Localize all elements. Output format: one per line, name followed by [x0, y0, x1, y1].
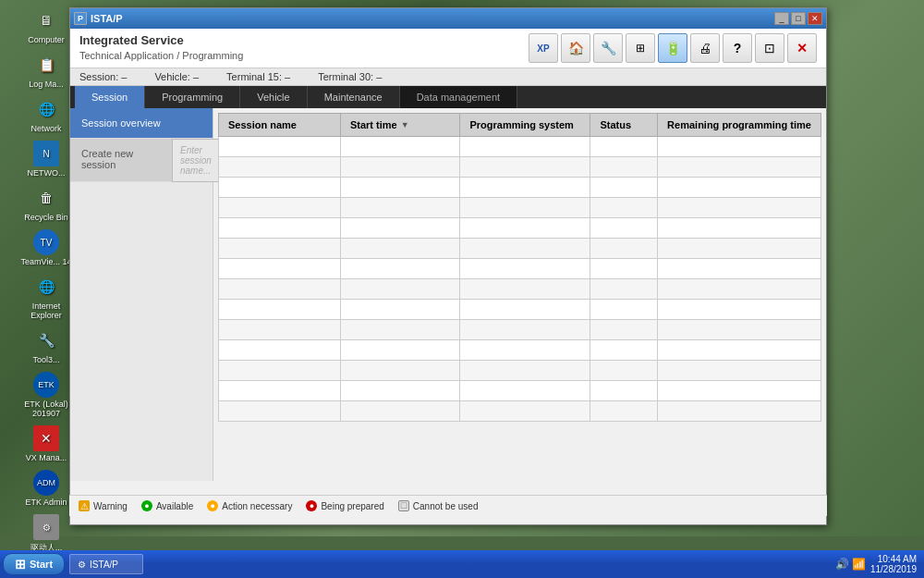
table-cell-8-0 — [219, 300, 341, 320]
nav-tabs: Session Programming Vehicle Maintenance … — [70, 86, 826, 108]
action-necessary-label: Action necessary — [222, 501, 292, 511]
table-cell-3-4 — [658, 198, 821, 218]
toolbar-close-app-button[interactable]: ✕ — [787, 33, 817, 63]
tab-data-management[interactable]: Data management — [400, 86, 518, 108]
title-bar-left: P ISTA/P — [74, 12, 123, 25]
table-row[interactable] — [219, 178, 821, 198]
toolbar-xp-button[interactable]: XP — [529, 33, 558, 63]
table-row[interactable] — [219, 320, 821, 340]
table-row[interactable] — [219, 137, 821, 157]
title-bar-controls: _ □ ✕ — [774, 12, 822, 25]
session-input-placeholder: Enter session name... — [180, 145, 212, 176]
table-row[interactable] — [219, 340, 821, 361]
taskbar-item-label: ISTA/P — [90, 560, 118, 570]
table-cell-3-2 — [460, 198, 590, 218]
table-cell-7-4 — [658, 279, 821, 300]
table-cell-5-2 — [460, 239, 590, 259]
col-remaining-time: Remaining programming time — [658, 114, 821, 137]
system-tray-icons: 🔊 📶 — [835, 558, 866, 571]
tab-programming[interactable]: Programming — [145, 86, 240, 108]
maximize-button[interactable]: □ — [791, 12, 806, 25]
session-label: Session: – — [79, 71, 127, 82]
table-cell-6-1 — [340, 259, 459, 279]
table-cell-6-2 — [460, 259, 590, 279]
table-cell-1-3 — [590, 157, 658, 178]
table-row[interactable] — [219, 157, 821, 178]
table-cell-6-0 — [219, 259, 341, 279]
toolbar-help-button[interactable]: ? — [723, 33, 752, 63]
table-cell-4-4 — [658, 218, 821, 239]
table-row[interactable] — [219, 300, 821, 320]
table-row[interactable] — [219, 218, 821, 239]
table-row[interactable] — [219, 279, 821, 300]
toolbar-settings-button[interactable]: 🔧 — [593, 33, 623, 63]
table-cell-9-0 — [219, 320, 341, 340]
table-cell-13-2 — [460, 401, 590, 422]
table-cell-2-4 — [658, 178, 821, 198]
warning-label: Warning — [93, 501, 128, 511]
legend-cannot-be-used: ☐ Cannot be used — [398, 500, 479, 511]
table-row[interactable] — [219, 198, 821, 218]
table-cell-10-4 — [658, 340, 821, 361]
table-cell-5-4 — [658, 239, 821, 259]
table-cell-9-4 — [658, 320, 821, 340]
table-cell-5-0 — [219, 239, 341, 259]
table-cell-1-0 — [219, 157, 341, 178]
table-row[interactable] — [219, 401, 821, 422]
table-cell-2-2 — [460, 178, 590, 198]
clock-time: 10:44 AM — [870, 554, 917, 564]
col-start-time[interactable]: Start time ▼ — [340, 114, 459, 137]
table-row[interactable] — [219, 259, 821, 279]
available-label: Available — [156, 501, 193, 511]
toolbar-battery-button[interactable]: 🔋 — [658, 33, 687, 63]
table-cell-2-0 — [219, 178, 341, 198]
table-cell-4-3 — [590, 218, 658, 239]
clock-date: 11/28/2019 — [870, 564, 917, 574]
table-cell-10-1 — [340, 340, 459, 361]
table-cell-0-0 — [219, 137, 341, 157]
toolbar-layout-button[interactable]: ⊞ — [626, 33, 655, 63]
desktop: 🖥 Computer 📋 Log Ma... 🌐 Network N NETWO… — [0, 0, 924, 536]
sidebar-session-overview[interactable]: Session overview — [70, 108, 213, 139]
sidebar-create-session[interactable]: Create new session — [70, 139, 172, 182]
taskbar-item-0[interactable]: ⚙ ISTA/P — [69, 554, 143, 574]
toolbar-display-button[interactable]: ⊡ — [755, 33, 784, 63]
table-row[interactable] — [219, 239, 821, 259]
table-cell-12-3 — [590, 381, 658, 401]
table-row[interactable] — [219, 361, 821, 381]
table-cell-7-2 — [460, 279, 590, 300]
toolbar-home-button[interactable]: 🏠 — [561, 33, 590, 63]
action-necessary-icon: ● — [207, 500, 218, 511]
vehicle-label: Vehicle: – — [154, 71, 199, 82]
table-cell-12-2 — [460, 381, 590, 401]
toolbar-print-button[interactable]: 🖨 — [690, 33, 720, 63]
table-cell-6-4 — [658, 259, 821, 279]
sort-arrow-icon: ▼ — [401, 120, 409, 129]
table-cell-12-1 — [340, 381, 459, 401]
table-cell-10-3 — [590, 340, 658, 361]
table-cell-11-2 — [460, 361, 590, 381]
session-table: Session name Start time ▼ Programming — [218, 113, 821, 422]
table-cell-3-1 — [340, 198, 459, 218]
tab-vehicle[interactable]: Vehicle — [240, 86, 307, 108]
legend-available: ● Available — [141, 500, 193, 511]
table-cell-13-3 — [590, 401, 658, 422]
start-button[interactable]: ⊞ Start — [3, 553, 65, 575]
minimize-button[interactable]: _ — [774, 12, 789, 25]
content-area: Session overview Create new session Ente… — [70, 108, 826, 481]
table-cell-8-2 — [460, 300, 590, 320]
table-cell-11-4 — [658, 361, 821, 381]
table-cell-12-0 — [219, 381, 341, 401]
table-cell-13-0 — [219, 401, 341, 422]
table-cell-0-3 — [590, 137, 658, 157]
app-title: Integrated Service Technical Application… — [79, 33, 243, 62]
table-cell-11-1 — [340, 361, 459, 381]
table-cell-10-2 — [460, 340, 590, 361]
warning-icon: ⚠ — [79, 500, 90, 511]
table-row[interactable] — [219, 381, 821, 401]
tab-session[interactable]: Session — [75, 86, 145, 108]
tab-maintenance[interactable]: Maintenance — [308, 86, 400, 108]
status-bar: Session: – Vehicle: – Terminal 15: – Ter… — [70, 68, 826, 86]
close-window-button[interactable]: ✕ — [808, 12, 822, 25]
legend-bar: ⚠ Warning ● Available ● Action necessary… — [69, 495, 827, 516]
